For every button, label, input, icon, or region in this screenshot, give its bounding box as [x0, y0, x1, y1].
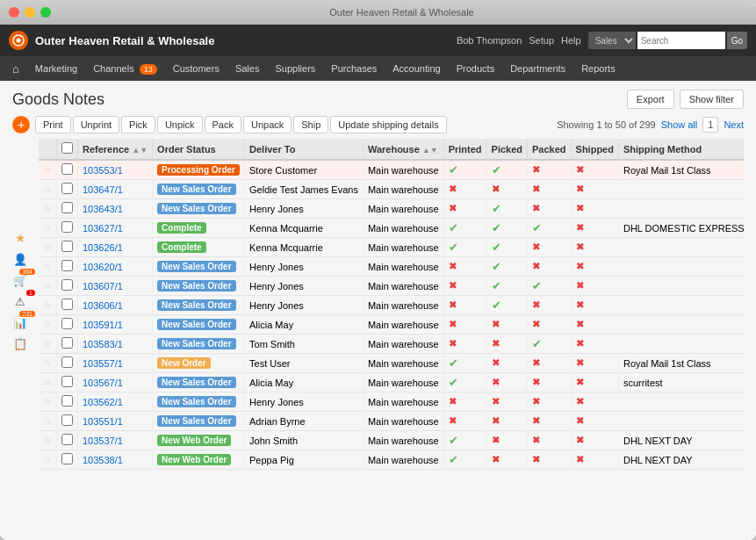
ref-cell: 103538/1: [78, 450, 153, 470]
shipped-cell: ✖: [571, 412, 618, 431]
ship-button[interactable]: Ship: [293, 116, 328, 133]
select-all-checkbox[interactable]: [61, 142, 73, 154]
star-empty-icon[interactable]: ☆: [43, 319, 52, 329]
star-empty-icon[interactable]: ☆: [43, 415, 52, 426]
ref-link[interactable]: 103562/1: [83, 397, 123, 407]
page-number[interactable]: 1: [702, 117, 718, 133]
row-checkbox[interactable]: [61, 299, 73, 310]
star-empty-icon[interactable]: ☆: [43, 454, 52, 464]
deliver-to-cell: Henry Jones: [245, 277, 364, 296]
star-empty-icon[interactable]: ☆: [43, 164, 52, 175]
ref-sort-icon[interactable]: ▲▼: [132, 146, 148, 155]
row-checkbox[interactable]: [61, 337, 73, 349]
ref-link[interactable]: 103627/1: [83, 223, 123, 234]
minimize-button[interactable]: [25, 7, 35, 18]
row-checkbox[interactable]: [61, 376, 73, 387]
export-button[interactable]: Export: [627, 90, 674, 109]
ref-link[interactable]: 103583/1: [83, 339, 123, 349]
star-empty-icon[interactable]: ☆: [43, 435, 52, 445]
row-checkbox[interactable]: [61, 202, 73, 213]
row-checkbox[interactable]: [61, 414, 73, 426]
ref-link[interactable]: 103567/1: [83, 378, 123, 388]
menu-departments[interactable]: Departments: [503, 61, 572, 76]
show-all-link[interactable]: Show all: [661, 119, 698, 130]
ref-link[interactable]: 103557/1: [83, 358, 123, 369]
ref-link[interactable]: 103591/1: [83, 320, 123, 330]
row-checkbox[interactable]: [61, 279, 73, 291]
sidebar-user[interactable]: 👤: [12, 251, 28, 267]
cross-icon: ✖: [576, 299, 584, 310]
sidebar-reports[interactable]: 📊 231: [12, 314, 28, 330]
menu-purchases[interactable]: Purchases: [324, 61, 384, 76]
star-empty-icon[interactable]: ☆: [43, 241, 52, 252]
row-checkbox[interactable]: [61, 241, 73, 252]
menu-channels[interactable]: Channels 13: [86, 61, 164, 76]
row-checkbox[interactable]: [61, 356, 73, 368]
update-shipping-button[interactable]: Update shipping details: [330, 116, 446, 133]
row-checkbox[interactable]: [61, 453, 73, 464]
row-checkbox[interactable]: [61, 260, 73, 271]
add-button[interactable]: +: [12, 116, 30, 133]
menu-suppliers[interactable]: Suppliers: [268, 61, 322, 76]
menu-sales[interactable]: Sales: [228, 61, 267, 76]
unpick-button[interactable]: Unpick: [157, 116, 203, 133]
show-filter-button[interactable]: Show filter: [680, 90, 744, 109]
search-go-button[interactable]: Go: [727, 32, 747, 49]
star-empty-icon[interactable]: ☆: [43, 280, 52, 291]
ref-link[interactable]: 103647/1: [83, 184, 123, 195]
menu-marketing[interactable]: Marketing: [28, 61, 84, 76]
next-link[interactable]: Next: [724, 119, 744, 130]
pack-button[interactable]: Pack: [205, 116, 241, 133]
ref-link[interactable]: 103553/1: [83, 165, 123, 176]
row-checkbox[interactable]: [61, 163, 73, 175]
ref-link[interactable]: 103551/1: [83, 416, 123, 427]
user-name[interactable]: Bob Thompson: [457, 35, 522, 46]
search-input[interactable]: [637, 32, 725, 49]
print-button[interactable]: Print: [35, 116, 71, 133]
row-checkbox[interactable]: [61, 395, 73, 407]
cross-icon: ✖: [492, 454, 500, 464]
star-empty-icon[interactable]: ☆: [43, 184, 52, 194]
sidebar-favorites[interactable]: ★: [12, 230, 28, 246]
ref-link[interactable]: 103606/1: [83, 300, 123, 311]
row-checkbox[interactable]: [61, 221, 73, 233]
ref-link[interactable]: 103620/1: [83, 262, 123, 272]
sidebar-notes[interactable]: 📋: [12, 335, 28, 351]
help-link[interactable]: Help: [561, 35, 581, 46]
star-empty-icon[interactable]: ☆: [43, 222, 52, 233]
row-checkbox[interactable]: [61, 434, 73, 445]
star-empty-icon[interactable]: ☆: [43, 299, 52, 310]
ref-link[interactable]: 103643/1: [83, 204, 123, 214]
close-button[interactable]: [9, 7, 19, 18]
unprint-button[interactable]: Unprint: [73, 116, 119, 133]
warehouse-sort-icon[interactable]: ▲▼: [422, 146, 438, 155]
ref-link[interactable]: 103607/1: [83, 281, 123, 292]
maximize-button[interactable]: [40, 7, 51, 18]
unpack-button[interactable]: Unpack: [243, 116, 292, 133]
row-checkbox[interactable]: [61, 318, 73, 329]
star-empty-icon[interactable]: ☆: [43, 396, 52, 407]
packed-cell: ✖: [528, 160, 572, 180]
search-dropdown[interactable]: Sales: [588, 32, 636, 49]
printed-cell: ✔: [443, 219, 486, 238]
star-empty-icon[interactable]: ☆: [43, 203, 52, 213]
star-empty-icon[interactable]: ☆: [43, 261, 52, 271]
setup-link[interactable]: Setup: [529, 35, 554, 46]
home-icon[interactable]: ⌂: [5, 62, 26, 76]
sidebar-alerts[interactable]: ⚠ 1: [12, 293, 28, 309]
pick-button[interactable]: Pick: [121, 116, 155, 133]
menu-accounting[interactable]: Accounting: [385, 61, 447, 76]
menu-products[interactable]: Products: [450, 61, 501, 76]
ref-link[interactable]: 103626/1: [83, 242, 123, 253]
menu-reports[interactable]: Reports: [574, 61, 623, 76]
ref-link[interactable]: 103538/1: [83, 455, 123, 465]
star-empty-icon[interactable]: ☆: [43, 377, 52, 387]
star-empty-icon[interactable]: ☆: [43, 338, 52, 349]
ref-link[interactable]: 103537/1: [83, 436, 123, 446]
menu-customers[interactable]: Customers: [166, 61, 227, 76]
sidebar-cart[interactable]: 🛒 364: [12, 272, 28, 288]
star-cell: ☆: [39, 199, 57, 219]
row-checkbox[interactable]: [61, 183, 73, 194]
checkbox-cell: [57, 160, 78, 180]
star-empty-icon[interactable]: ☆: [43, 357, 52, 368]
